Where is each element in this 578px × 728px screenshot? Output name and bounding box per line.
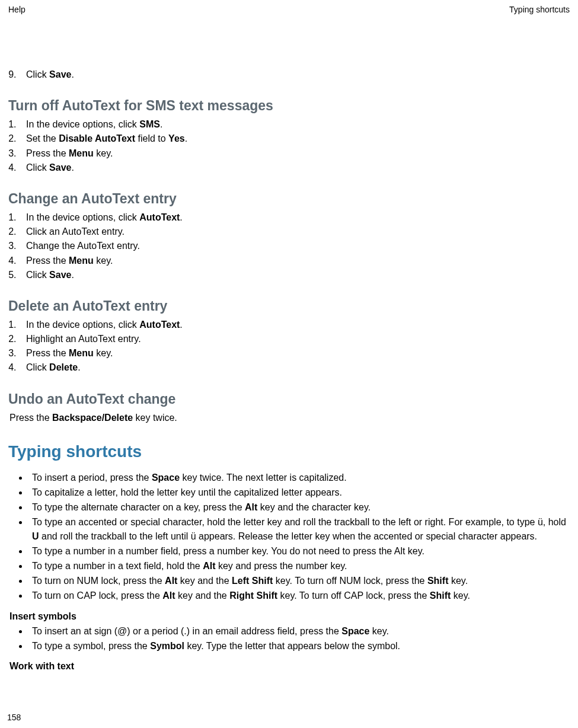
turnoff-steps: In the device options, click SMS. Set th… (8, 117, 570, 174)
list-item: To capitalize a letter, hold the letter … (28, 486, 570, 499)
list-item: To turn on NUM lock, press the Alt key a… (28, 574, 570, 587)
continued-step-list: Click Save. (8, 68, 570, 81)
list-item: Click Save. (19, 68, 570, 81)
step-text: Click (26, 69, 49, 79)
section-heading-typing: Typing shortcuts (8, 442, 570, 461)
section-heading-turnoff: Turn off AutoText for SMS text messages (8, 98, 570, 114)
section-heading-delete: Delete an AutoText entry (8, 298, 570, 314)
list-item: Click Save. (19, 161, 570, 174)
list-item: To insert an at sign (@) or a period (.)… (28, 624, 570, 638)
page-number: 158 (7, 713, 21, 722)
list-item: In the device options, click AutoText. (19, 318, 570, 331)
list-item: Click Save. (19, 268, 570, 282)
step-bold: Save (49, 69, 71, 79)
list-item: To insert a period, press the Space key … (28, 471, 570, 484)
list-item: To turn on CAP lock, press the Alt key a… (28, 589, 570, 602)
list-item: Click an AutoText entry. (19, 225, 570, 238)
section-subheading-work: Work with text (9, 661, 570, 672)
undo-paragraph: Press the Backspace/Delete key twice. (9, 411, 570, 424)
section-heading-undo: Undo an AutoText change (8, 391, 570, 407)
typing-bullets: To insert a period, press the Space key … (8, 471, 570, 603)
header-right: Typing shortcuts (509, 5, 570, 14)
list-item: In the device options, click AutoText. (19, 210, 570, 224)
header-left: Help (8, 5, 25, 14)
list-item: Press the Menu key. (19, 146, 570, 160)
change-steps: In the device options, click AutoText. C… (8, 210, 570, 282)
list-item: To type a number in a text field, hold t… (28, 559, 570, 573)
list-item: Change the AutoText entry. (19, 239, 570, 253)
delete-steps: In the device options, click AutoText. H… (8, 318, 570, 375)
section-subheading-insert: Insert symbols (9, 611, 570, 622)
list-item: Press the Menu key. (19, 254, 570, 267)
list-item: In the device options, click SMS. (19, 117, 570, 131)
list-item: Set the Disable AutoText field to Yes. (19, 132, 570, 145)
section-heading-change: Change an AutoText entry (8, 191, 570, 207)
list-item: To type the alternate character on a key… (28, 500, 570, 514)
step-suffix: . (71, 69, 74, 79)
list-item: To type an accented or special character… (28, 515, 570, 542)
page-header: Help Typing shortcuts (8, 5, 570, 14)
list-item: Highlight an AutoText entry. (19, 332, 570, 346)
list-item: Press the Menu key. (19, 346, 570, 360)
insert-bullets: To insert an at sign (@) or a period (.)… (8, 624, 570, 653)
list-item: To type a symbol, press the Symbol key. … (28, 639, 570, 653)
list-item: Click Delete. (19, 360, 570, 374)
list-item: To type a number in a number field, pres… (28, 544, 570, 558)
